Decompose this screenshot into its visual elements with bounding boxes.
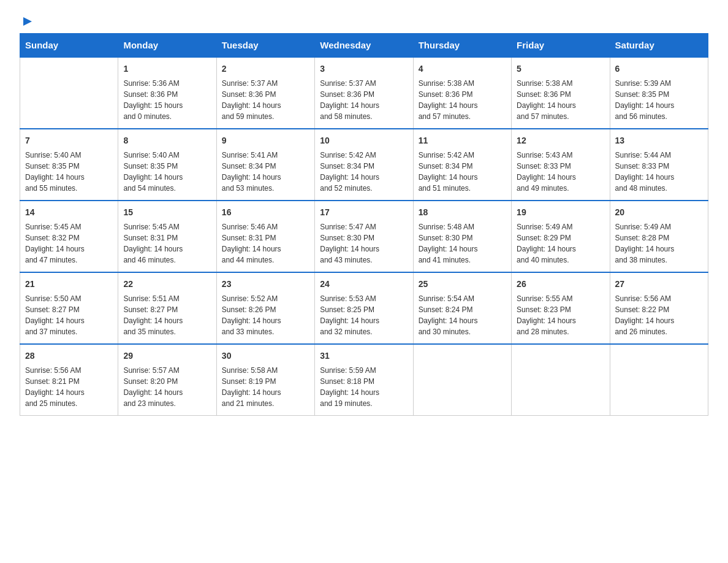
day-number: 17 — [320, 206, 408, 219]
calendar-cell: 3Sunrise: 5:37 AM Sunset: 8:36 PM Daylig… — [315, 57, 413, 129]
calendar-cell: 27Sunrise: 5:56 AM Sunset: 8:22 PM Dayli… — [610, 272, 708, 344]
svg-marker-0 — [23, 17, 32, 26]
day-number: 31 — [320, 350, 408, 362]
day-number: 9 — [222, 134, 309, 147]
day-number: 18 — [419, 206, 506, 219]
day-info: Sunrise: 5:42 AM Sunset: 8:34 PM Dayligh… — [419, 150, 506, 194]
calendar-cell: 25Sunrise: 5:54 AM Sunset: 8:24 PM Dayli… — [413, 272, 511, 344]
day-info: Sunrise: 5:52 AM Sunset: 8:26 PM Dayligh… — [222, 293, 309, 337]
day-info: Sunrise: 5:51 AM Sunset: 8:27 PM Dayligh… — [123, 293, 211, 337]
header-sunday: Sunday — [20, 34, 118, 58]
day-number: 12 — [517, 134, 604, 147]
calendar-cell: 20Sunrise: 5:49 AM Sunset: 8:28 PM Dayli… — [610, 201, 708, 272]
day-info: Sunrise: 5:41 AM Sunset: 8:34 PM Dayligh… — [222, 150, 309, 194]
day-info: Sunrise: 5:48 AM Sunset: 8:30 PM Dayligh… — [419, 221, 506, 266]
day-number: 26 — [517, 278, 604, 291]
day-number: 15 — [123, 206, 211, 219]
calendar-cell: 23Sunrise: 5:52 AM Sunset: 8:26 PM Dayli… — [216, 272, 314, 344]
day-info: Sunrise: 5:45 AM Sunset: 8:31 PM Dayligh… — [123, 221, 211, 266]
day-info: Sunrise: 5:47 AM Sunset: 8:30 PM Dayligh… — [320, 221, 408, 266]
day-number: 23 — [222, 278, 309, 291]
week-row-4: 21Sunrise: 5:50 AM Sunset: 8:27 PM Dayli… — [20, 272, 708, 344]
calendar-cell: 4Sunrise: 5:38 AM Sunset: 8:36 PM Daylig… — [413, 57, 511, 129]
calendar-cell: 11Sunrise: 5:42 AM Sunset: 8:34 PM Dayli… — [413, 129, 511, 201]
calendar-cell: 13Sunrise: 5:44 AM Sunset: 8:33 PM Dayli… — [610, 129, 708, 201]
calendar-cell — [610, 344, 708, 416]
day-number: 24 — [320, 278, 408, 291]
day-number: 1 — [123, 63, 211, 75]
calendar-cell: 31Sunrise: 5:59 AM Sunset: 8:18 PM Dayli… — [315, 344, 413, 416]
calendar-cell: 1Sunrise: 5:36 AM Sunset: 8:36 PM Daylig… — [118, 57, 216, 129]
day-number: 27 — [615, 278, 703, 291]
day-info: Sunrise: 5:36 AM Sunset: 8:36 PM Dayligh… — [123, 78, 211, 122]
calendar-cell: 30Sunrise: 5:58 AM Sunset: 8:19 PM Dayli… — [216, 344, 314, 416]
calendar-cell: 29Sunrise: 5:57 AM Sunset: 8:20 PM Dayli… — [118, 344, 216, 416]
day-info: Sunrise: 5:37 AM Sunset: 8:36 PM Dayligh… — [320, 78, 408, 122]
day-info: Sunrise: 5:49 AM Sunset: 8:29 PM Dayligh… — [517, 221, 604, 266]
header-thursday: Thursday — [413, 34, 511, 58]
day-number: 2 — [222, 63, 309, 75]
calendar-cell: 12Sunrise: 5:43 AM Sunset: 8:33 PM Dayli… — [512, 129, 610, 201]
day-number: 7 — [25, 134, 113, 147]
day-number: 21 — [25, 278, 113, 291]
logo — [20, 15, 34, 26]
day-number: 28 — [25, 350, 113, 362]
day-number: 4 — [419, 63, 506, 75]
calendar-cell: 22Sunrise: 5:51 AM Sunset: 8:27 PM Dayli… — [118, 272, 216, 344]
week-row-2: 7Sunrise: 5:40 AM Sunset: 8:35 PM Daylig… — [20, 129, 708, 201]
header-monday: Monday — [118, 34, 216, 58]
calendar-cell: 7Sunrise: 5:40 AM Sunset: 8:35 PM Daylig… — [20, 129, 118, 201]
day-number: 22 — [123, 278, 211, 291]
day-info: Sunrise: 5:56 AM Sunset: 8:21 PM Dayligh… — [25, 365, 113, 409]
logo-triangle-icon — [21, 15, 34, 28]
day-info: Sunrise: 5:57 AM Sunset: 8:20 PM Dayligh… — [123, 365, 211, 409]
day-number: 25 — [419, 278, 506, 291]
calendar-cell: 24Sunrise: 5:53 AM Sunset: 8:25 PM Dayli… — [315, 272, 413, 344]
calendar-cell: 6Sunrise: 5:39 AM Sunset: 8:35 PM Daylig… — [610, 57, 708, 129]
calendar-cell — [512, 344, 610, 416]
day-number: 19 — [517, 206, 604, 219]
header-saturday: Saturday — [610, 34, 708, 58]
day-info: Sunrise: 5:39 AM Sunset: 8:35 PM Dayligh… — [615, 78, 703, 122]
day-info: Sunrise: 5:42 AM Sunset: 8:34 PM Dayligh… — [320, 150, 408, 194]
calendar-cell: 19Sunrise: 5:49 AM Sunset: 8:29 PM Dayli… — [512, 201, 610, 272]
calendar-table: SundayMondayTuesdayWednesdayThursdayFrid… — [20, 33, 708, 416]
day-number: 3 — [320, 63, 408, 75]
day-info: Sunrise: 5:43 AM Sunset: 8:33 PM Dayligh… — [517, 150, 604, 194]
day-number: 6 — [615, 63, 703, 75]
day-info: Sunrise: 5:55 AM Sunset: 8:23 PM Dayligh… — [517, 293, 604, 337]
day-info: Sunrise: 5:50 AM Sunset: 8:27 PM Dayligh… — [25, 293, 113, 337]
day-info: Sunrise: 5:40 AM Sunset: 8:35 PM Dayligh… — [123, 150, 211, 194]
calendar-cell: 2Sunrise: 5:37 AM Sunset: 8:36 PM Daylig… — [216, 57, 314, 129]
day-info: Sunrise: 5:44 AM Sunset: 8:33 PM Dayligh… — [615, 150, 703, 194]
day-number: 30 — [222, 350, 309, 362]
day-info: Sunrise: 5:38 AM Sunset: 8:36 PM Dayligh… — [419, 78, 506, 122]
day-number: 20 — [615, 206, 703, 219]
day-info: Sunrise: 5:56 AM Sunset: 8:22 PM Dayligh… — [615, 293, 703, 337]
day-number: 14 — [25, 206, 113, 219]
calendar-cell: 16Sunrise: 5:46 AM Sunset: 8:31 PM Dayli… — [216, 201, 314, 272]
day-info: Sunrise: 5:58 AM Sunset: 8:19 PM Dayligh… — [222, 365, 309, 409]
day-info: Sunrise: 5:45 AM Sunset: 8:32 PM Dayligh… — [25, 221, 113, 266]
calendar-cell: 9Sunrise: 5:41 AM Sunset: 8:34 PM Daylig… — [216, 129, 314, 201]
week-row-3: 14Sunrise: 5:45 AM Sunset: 8:32 PM Dayli… — [20, 201, 708, 272]
calendar-cell — [20, 57, 118, 129]
day-number: 8 — [123, 134, 211, 147]
week-row-1: 1Sunrise: 5:36 AM Sunset: 8:36 PM Daylig… — [20, 57, 708, 129]
day-number: 10 — [320, 134, 408, 147]
day-number: 29 — [123, 350, 211, 362]
day-info: Sunrise: 5:54 AM Sunset: 8:24 PM Dayligh… — [419, 293, 506, 337]
calendar-cell: 8Sunrise: 5:40 AM Sunset: 8:35 PM Daylig… — [118, 129, 216, 201]
calendar-cell: 5Sunrise: 5:38 AM Sunset: 8:36 PM Daylig… — [512, 57, 610, 129]
calendar-header-row: SundayMondayTuesdayWednesdayThursdayFrid… — [20, 34, 708, 58]
calendar-cell: 17Sunrise: 5:47 AM Sunset: 8:30 PM Dayli… — [315, 201, 413, 272]
day-number: 5 — [517, 63, 604, 75]
calendar-cell: 15Sunrise: 5:45 AM Sunset: 8:31 PM Dayli… — [118, 201, 216, 272]
header-friday: Friday — [512, 34, 610, 58]
calendar-cell: 28Sunrise: 5:56 AM Sunset: 8:21 PM Dayli… — [20, 344, 118, 416]
header-tuesday: Tuesday — [216, 34, 314, 58]
week-row-5: 28Sunrise: 5:56 AM Sunset: 8:21 PM Dayli… — [20, 344, 708, 416]
day-info: Sunrise: 5:38 AM Sunset: 8:36 PM Dayligh… — [517, 78, 604, 122]
day-number: 11 — [419, 134, 506, 147]
day-info: Sunrise: 5:53 AM Sunset: 8:25 PM Dayligh… — [320, 293, 408, 337]
